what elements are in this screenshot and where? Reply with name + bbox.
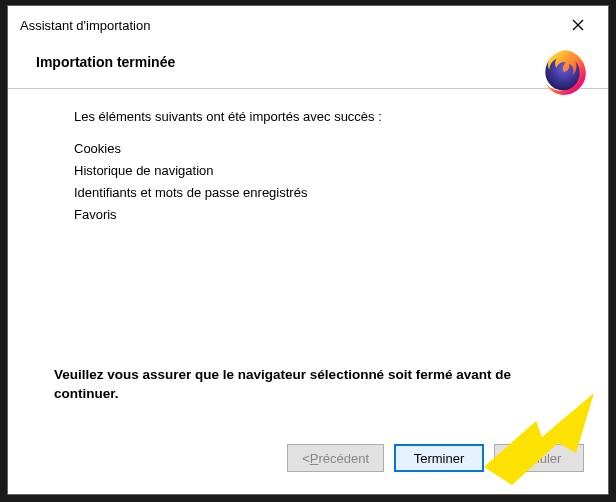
titlebar: Assistant d'importation (8, 6, 608, 44)
import-wizard-dialog: Assistant d'importation Importation term… (7, 5, 609, 495)
list-item: Identifiants et mots de passe enregistré… (74, 182, 564, 204)
window-title: Assistant d'importation (20, 18, 150, 33)
success-message: Les éléments suivants ont été importés a… (74, 109, 564, 124)
list-item: Favoris (74, 204, 564, 226)
dialog-header: Importation terminée (8, 44, 608, 88)
button-row: < Précédent Terminer Annuler (8, 414, 608, 494)
page-title: Importation terminée (36, 54, 548, 70)
imported-items-list: Cookies Historique de navigation Identif… (74, 138, 564, 226)
firefox-icon (538, 46, 590, 98)
list-item: Cookies (74, 138, 564, 160)
close-icon (572, 19, 584, 31)
warning-message: Veuillez vous assurer que le navigateur … (54, 365, 544, 404)
back-button: < Précédent (287, 444, 384, 472)
cancel-button: Annuler (494, 444, 584, 472)
finish-button[interactable]: Terminer (394, 444, 484, 472)
close-button[interactable] (558, 12, 598, 38)
list-item: Historique de navigation (74, 160, 564, 182)
dialog-content: Les éléments suivants ont été importés a… (8, 89, 608, 414)
